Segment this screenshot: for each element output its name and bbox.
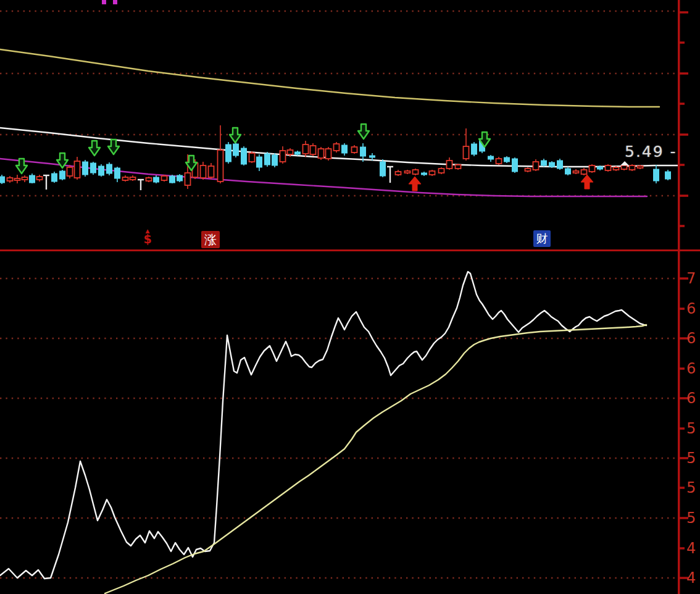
last-price-label: 5.49 - (625, 143, 677, 161)
zhang-event-badge[interactable]: 涨 (201, 231, 220, 248)
tdx-stock-chart: 76666555544 5.49 - ▲ $ 涨 财 (0, 0, 700, 594)
kline-panel[interactable] (0, 0, 700, 249)
money-event-marker[interactable]: ▲ $ (141, 228, 154, 249)
money-marker-symbol: $ (143, 233, 151, 245)
indicator-panel[interactable] (0, 251, 700, 594)
cai-event-badge[interactable]: 财 (533, 230, 551, 247)
